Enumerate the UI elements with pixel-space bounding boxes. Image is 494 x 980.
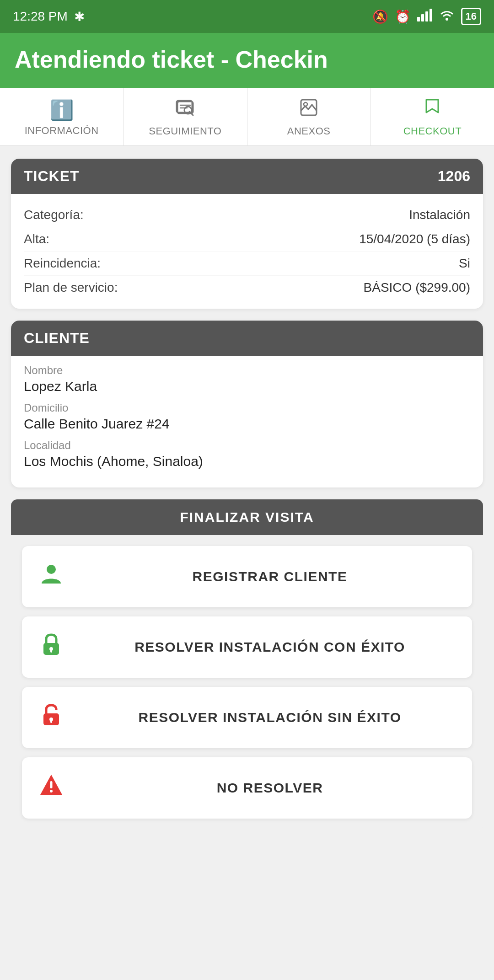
svg-rect-17 bbox=[50, 781, 53, 788]
anexos-icon bbox=[299, 98, 318, 122]
svg-point-9 bbox=[304, 102, 307, 106]
tab-checkout-label: CHECKOUT bbox=[403, 125, 462, 137]
ticket-row-categoria: Categoría: Instalación bbox=[24, 203, 470, 227]
status-bar: 12:28 PM ✱ 🔕 ⏰ 16 bbox=[0, 0, 494, 33]
battery-icon: 16 bbox=[461, 8, 481, 25]
tab-seguimiento-label: SEGUIMIENTO bbox=[149, 125, 221, 137]
ticket-reincidencia-value: Si bbox=[459, 256, 470, 271]
svg-rect-2 bbox=[425, 11, 428, 21]
resolver-con-exito-button[interactable]: RESOLVER INSTALACIÓN CON ÉXITO bbox=[22, 616, 472, 678]
svg-rect-16 bbox=[50, 720, 52, 723]
registrar-cliente-label: REGISTRAR CLIENTE bbox=[82, 569, 457, 584]
status-time: 12:28 PM bbox=[13, 9, 68, 24]
alarm-icon: ⏰ bbox=[395, 9, 411, 24]
svg-rect-1 bbox=[421, 14, 424, 21]
cliente-card: CLIENTE Nombre Lopez Karla Domicilio Cal… bbox=[11, 321, 483, 487]
tab-bar: ℹ️ INFORMACIÓN SEGUIMIENTO ANEXOS bbox=[0, 88, 494, 146]
ticket-card: TICKET 1206 Categoría: Instalación Alta:… bbox=[11, 159, 483, 309]
domicilio-label: Domicilio bbox=[24, 402, 470, 414]
finalizar-visita-header: FINALIZAR VISITA bbox=[11, 499, 483, 535]
no-resolver-label: NO RESOLVER bbox=[82, 780, 457, 796]
cliente-localidad-group: Localidad Los Mochis (Ahome, Sinaloa) bbox=[24, 439, 470, 469]
lock-closed-icon bbox=[37, 632, 66, 662]
tab-informacion[interactable]: ℹ️ INFORMACIÓN bbox=[0, 88, 124, 145]
localidad-label: Localidad bbox=[24, 439, 470, 452]
tab-seguimiento[interactable]: SEGUIMIENTO bbox=[124, 88, 247, 145]
ticket-categoria-label: Categoría: bbox=[24, 208, 84, 222]
svg-rect-3 bbox=[430, 9, 432, 21]
seguimiento-icon bbox=[176, 98, 195, 122]
lock-open-icon bbox=[37, 702, 66, 733]
resolver-sin-exito-button[interactable]: RESOLVER INSTALACIÓN SIN ÉXITO bbox=[22, 687, 472, 748]
registrar-cliente-wrapper: REGISTRAR CLIENTE bbox=[11, 546, 483, 616]
resolver-sin-exito-label: RESOLVER INSTALACIÓN SIN ÉXITO bbox=[82, 710, 457, 725]
localidad-value: Los Mochis (Ahome, Sinaloa) bbox=[24, 454, 470, 469]
domicilio-value: Calle Benito Juarez #24 bbox=[24, 416, 470, 432]
informacion-icon: ℹ️ bbox=[50, 99, 74, 121]
ticket-row-alta: Alta: 15/04/2020 (5 días) bbox=[24, 227, 470, 252]
cliente-card-header: CLIENTE bbox=[11, 321, 483, 356]
cliente-card-body: Nombre Lopez Karla Domicilio Calle Benit… bbox=[11, 356, 483, 487]
ticket-plan-value: BÁSICO ($299.00) bbox=[364, 280, 470, 295]
svg-rect-13 bbox=[50, 649, 52, 653]
ticket-label: TICKET bbox=[24, 168, 80, 185]
main-content: TICKET 1206 Categoría: Instalación Alta:… bbox=[0, 146, 494, 844]
svg-point-10 bbox=[47, 565, 56, 574]
signal-icon bbox=[417, 9, 433, 25]
warning-icon bbox=[37, 773, 66, 803]
tab-anexos-label: ANEXOS bbox=[287, 125, 331, 137]
finalizar-visita-body: REGISTRAR CLIENTE RESOLVER INSTALACIÓN C… bbox=[11, 535, 483, 831]
svg-point-18 bbox=[50, 790, 53, 793]
resolver-con-exito-wrapper: RESOLVER INSTALACIÓN CON ÉXITO bbox=[11, 616, 483, 687]
bluetooth-icon: ✱ bbox=[74, 9, 85, 24]
ticket-card-body: Categoría: Instalación Alta: 15/04/2020 … bbox=[11, 194, 483, 309]
svg-point-4 bbox=[446, 18, 448, 21]
resolver-sin-exito-wrapper: RESOLVER INSTALACIÓN SIN ÉXITO bbox=[11, 687, 483, 757]
tab-anexos[interactable]: ANEXOS bbox=[247, 88, 371, 145]
resolver-con-exito-label: RESOLVER INSTALACIÓN CON ÉXITO bbox=[82, 639, 457, 655]
nombre-value: Lopez Karla bbox=[24, 379, 470, 394]
ticket-alta-label: Alta: bbox=[24, 232, 49, 246]
cliente-label: CLIENTE bbox=[24, 330, 90, 347]
status-icons: 🔕 ⏰ 16 bbox=[372, 8, 481, 25]
tab-checkout[interactable]: CHECKOUT bbox=[371, 88, 494, 145]
tab-informacion-label: INFORMACIÓN bbox=[25, 125, 99, 137]
ticket-row-reincidencia: Reincidencia: Si bbox=[24, 252, 470, 276]
page-title: Atendiendo ticket - Checkin bbox=[15, 46, 328, 73]
person-icon bbox=[37, 562, 66, 592]
no-resolver-wrapper: NO RESOLVER bbox=[11, 757, 483, 828]
cliente-nombre-group: Nombre Lopez Karla bbox=[24, 364, 470, 394]
cliente-domicilio-group: Domicilio Calle Benito Juarez #24 bbox=[24, 402, 470, 432]
nombre-label: Nombre bbox=[24, 364, 470, 377]
svg-rect-0 bbox=[417, 17, 420, 21]
ticket-row-plan: Plan de servicio: BÁSICO ($299.00) bbox=[24, 276, 470, 300]
ticket-card-header: TICKET 1206 bbox=[11, 159, 483, 194]
checkout-icon bbox=[423, 98, 442, 122]
mute-icon: 🔕 bbox=[372, 9, 388, 24]
ticket-plan-label: Plan de servicio: bbox=[24, 280, 118, 295]
ticket-number: 1206 bbox=[438, 168, 470, 185]
no-resolver-button[interactable]: NO RESOLVER bbox=[22, 757, 472, 819]
finalizar-visita-section: FINALIZAR VISITA REGISTRAR CLIENTE bbox=[11, 499, 483, 831]
registrar-cliente-button[interactable]: REGISTRAR CLIENTE bbox=[22, 546, 472, 607]
ticket-reincidencia-label: Reincidencia: bbox=[24, 256, 101, 271]
app-header: Atendiendo ticket - Checkin bbox=[0, 33, 494, 88]
wifi-icon bbox=[439, 9, 455, 25]
ticket-alta-value: 15/04/2020 (5 días) bbox=[359, 232, 470, 246]
ticket-categoria-value: Instalación bbox=[409, 208, 470, 222]
